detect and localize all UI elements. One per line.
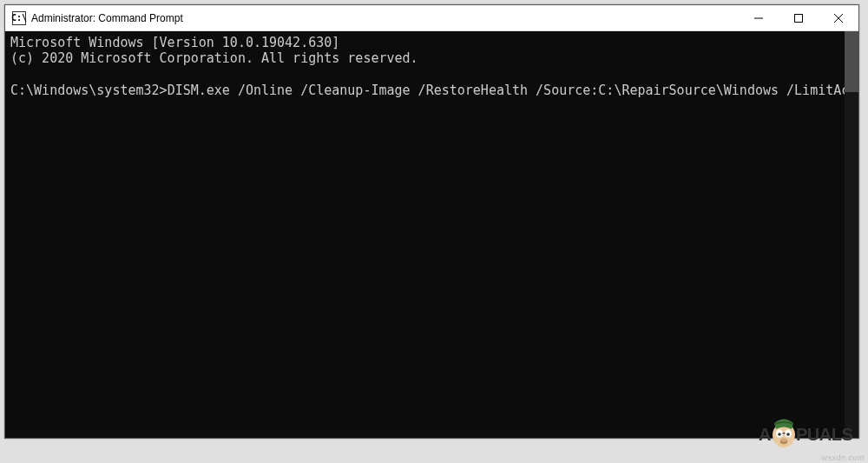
- minimize-button[interactable]: [739, 5, 779, 30]
- svg-text:A: A: [759, 425, 771, 444]
- vertical-scrollbar[interactable]: [845, 31, 858, 438]
- maximize-icon: [794, 14, 803, 23]
- svg-rect-1: [795, 14, 803, 22]
- version-line: Microsoft Windows [Version 10.0.19042.63…: [10, 35, 339, 50]
- window-controls: [739, 5, 858, 30]
- close-icon: [834, 14, 843, 23]
- watermark-site: wsxdn.com: [821, 453, 865, 462]
- window-title: Administrator: Command Prompt: [31, 12, 739, 24]
- svg-text:PUALS: PUALS: [796, 425, 852, 444]
- svg-point-9: [786, 433, 790, 436]
- command-text: DISM.exe /Online /Cleanup-Image /Restore…: [168, 83, 845, 98]
- minimize-icon: [754, 14, 763, 23]
- wm-after: PUALS: [796, 425, 852, 444]
- terminal-output[interactable]: Microsoft Windows [Version 10.0.19042.63…: [5, 31, 845, 438]
- app-icon-label: C:\: [11, 13, 27, 23]
- close-button[interactable]: [819, 5, 858, 30]
- app-icon: C:\: [12, 11, 26, 25]
- scrollbar-thumb[interactable]: [845, 31, 858, 92]
- svg-point-8: [778, 433, 781, 436]
- svg-rect-10: [783, 433, 786, 434]
- command-prompt-window: C:\ Administrator: Command Prompt Micros…: [4, 4, 859, 439]
- mascot-icon: [773, 420, 795, 448]
- terminal-area: Microsoft Windows [Version 10.0.19042.63…: [5, 31, 858, 438]
- maximize-button[interactable]: [779, 5, 819, 30]
- watermark: A PUALS: [759, 414, 863, 451]
- prompt: C:\Windows\system32>: [10, 83, 168, 98]
- titlebar[interactable]: C:\ Administrator: Command Prompt: [5, 5, 858, 31]
- copyright-line: (c) 2020 Microsoft Corporation. All righ…: [10, 50, 418, 66]
- wm-before: A: [759, 425, 771, 444]
